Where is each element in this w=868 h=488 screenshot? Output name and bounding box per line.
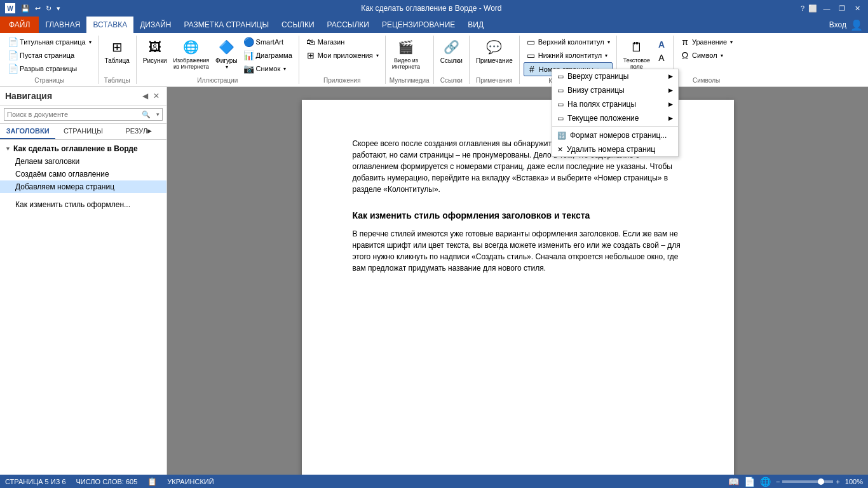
pages-label: Страницы bbox=[5, 76, 94, 84]
links-btn[interactable]: 🔗 Ссылки bbox=[438, 36, 465, 65]
equation-btn[interactable]: π Уравнение ▾ bbox=[677, 36, 735, 48]
title-left: W 💾 ↩ ↻ ▾ bbox=[5, 3, 62, 13]
menu-item-format-icon: 🔢 bbox=[557, 132, 566, 140]
track-changes-icon[interactable]: 📋 bbox=[147, 477, 157, 486]
symbols-label: Символы bbox=[677, 76, 735, 84]
blank-page-btn[interactable]: 📄 Пустая страница bbox=[5, 49, 94, 62]
title-right: ? ⬜ — ❐ ✕ bbox=[801, 3, 863, 14]
menu-item-margin[interactable]: ▭ На полях страницы ▶ bbox=[552, 97, 678, 111]
shapes-btn[interactable]: 🔷 Фигуры ▾ bbox=[213, 36, 240, 71]
online-video-btn[interactable]: 🎬 Видео изИнтернета bbox=[390, 36, 423, 71]
help-btn[interactable]: ? bbox=[801, 4, 804, 12]
redo-btn[interactable]: ↻ bbox=[44, 4, 53, 13]
doc-heading-2: Как изменить стиль оформления заголовков… bbox=[353, 210, 683, 220]
zoom-level[interactable]: 100% bbox=[845, 478, 863, 485]
menu-separator bbox=[552, 126, 678, 127]
nav-search-input[interactable] bbox=[4, 109, 139, 120]
nav-search-dropdown-btn[interactable]: ▾ bbox=[154, 110, 162, 119]
dropcap-btn[interactable]: A bbox=[654, 51, 669, 64]
customize-qat-btn[interactable]: ▾ bbox=[55, 4, 62, 13]
tab-design[interactable]: ДИЗАЙН bbox=[133, 17, 177, 33]
nav-pin-btn[interactable]: ◀ bbox=[140, 91, 150, 101]
nav-item-4[interactable]: Как изменить стиль оформлен... bbox=[0, 198, 166, 211]
menu-item-top[interactable]: ▭ Вверху страницы ▶ bbox=[552, 69, 678, 83]
comments-label: Примечания bbox=[473, 76, 515, 84]
restore-btn[interactable]: ❐ bbox=[836, 3, 848, 14]
tab-file[interactable]: ФАЙЛ bbox=[0, 17, 39, 33]
status-bar: СТРАНИЦА 5 ИЗ 6 ЧИСЛО СЛОВ: 605 📋 УКРАИН… bbox=[0, 475, 868, 488]
zoom-slider[interactable]: − + bbox=[776, 478, 840, 485]
undo-btn[interactable]: ↩ bbox=[33, 4, 43, 13]
tab-mailings[interactable]: РАССЫЛКИ bbox=[321, 17, 376, 33]
store-btn[interactable]: 🛍 Магазин bbox=[303, 36, 381, 48]
document-area[interactable]: Скорее всего после создания оглавления в… bbox=[167, 87, 868, 475]
menu-item-bottom-arrow: ▶ bbox=[668, 87, 673, 93]
zoom-minus-btn[interactable]: − bbox=[776, 478, 780, 485]
pictures-btn[interactable]: 🖼 Рисунки bbox=[140, 36, 170, 65]
smartart-btn[interactable]: 🔵 SmartArt bbox=[241, 36, 295, 48]
user-icon[interactable]: 👤 bbox=[850, 19, 863, 31]
nav-item-3[interactable]: Добавляем номера страниц bbox=[0, 180, 166, 193]
menu-item-current[interactable]: ▭ Текущее положение ▶ bbox=[552, 111, 678, 125]
screenshot-btn[interactable]: 📷 Снимок ▾ bbox=[241, 62, 295, 75]
header-btn[interactable]: ▭ Верхний колонтитул ▾ bbox=[524, 36, 613, 48]
apps-label: Приложения bbox=[303, 76, 381, 84]
zoom-plus-btn[interactable]: + bbox=[836, 478, 839, 485]
page-break-icon: 📄 bbox=[8, 64, 18, 74]
online-pictures-btn[interactable]: 🌐 Изображенияиз Интернета bbox=[171, 36, 212, 71]
save-btn[interactable]: 💾 bbox=[19, 4, 32, 13]
comment-btn[interactable]: 💬 Примечание bbox=[473, 36, 515, 65]
status-right: 📖 📄 🌐 − + 100% bbox=[728, 477, 863, 487]
title-page-icon: 📄 bbox=[8, 37, 18, 47]
footer-btn[interactable]: ▭ Нижний колонтитул ▾ bbox=[524, 49, 613, 62]
ribbon-display-btn[interactable]: ⬜ bbox=[808, 4, 817, 13]
page-number-dropdown-menu: ▭ Вверху страницы ▶ ▭ Внизу страницы ▶ ▭… bbox=[552, 69, 679, 157]
tab-references[interactable]: ССЫЛКИ bbox=[275, 17, 320, 33]
nav-item-1[interactable]: Делаем заголовки bbox=[0, 155, 166, 168]
title-page-arrow: ▾ bbox=[89, 39, 92, 45]
tab-insert[interactable]: ВСТАВКА bbox=[86, 17, 133, 33]
nav-search-btn[interactable]: 🔍 bbox=[139, 109, 154, 120]
tab-home[interactable]: ГЛАВНАЯ bbox=[39, 17, 86, 33]
signin-btn[interactable]: Вход bbox=[829, 20, 846, 29]
wordart-btn[interactable]: A bbox=[654, 38, 669, 51]
tab-view[interactable]: ВИД bbox=[461, 17, 490, 33]
screenshot-arrow: ▾ bbox=[283, 66, 286, 72]
chart-btn[interactable]: 📊 Диаграмма bbox=[241, 49, 295, 62]
symbol-btn[interactable]: Ω Символ ▾ bbox=[677, 49, 735, 62]
menu-item-top-arrow: ▶ bbox=[668, 73, 673, 79]
my-apps-btn[interactable]: ⊞ Мои приложения ▾ bbox=[303, 49, 381, 62]
zoom-track[interactable] bbox=[782, 480, 833, 483]
close-btn[interactable]: ✕ bbox=[851, 3, 863, 14]
title-page-btn[interactable]: 📄 Титульная страница ▾ bbox=[5, 36, 94, 48]
screenshot-icon: 📷 bbox=[244, 64, 254, 74]
menu-item-bottom[interactable]: ▭ Внизу страницы ▶ bbox=[552, 83, 678, 97]
window-title: Как сделать оглавление в Ворде - Word bbox=[62, 4, 801, 13]
language[interactable]: УКРАИНСКИЙ bbox=[167, 478, 214, 485]
store-icon: 🛍 bbox=[306, 37, 316, 47]
textbox-icon: 🗒 bbox=[627, 37, 647, 57]
nav-tab-pages[interactable]: СТРАНИЦЫ bbox=[55, 124, 111, 139]
footer-arrow: ▾ bbox=[605, 53, 607, 58]
menu-item-format[interactable]: 🔢 Формат номеров страниц... bbox=[552, 128, 678, 142]
menu-item-remove[interactable]: ✕ Удалить номера страниц bbox=[552, 142, 678, 156]
nav-item-0[interactable]: ▼ Как сделать оглавление в Ворде bbox=[0, 142, 166, 155]
page-number-icon: # bbox=[527, 64, 537, 74]
nav-tab-results[interactable]: РЕЗУЛ ▶ bbox=[111, 124, 166, 139]
nav-close-btns: ◀ ✕ bbox=[140, 91, 161, 101]
nav-tab-headings[interactable]: ЗАГОЛОВКИ bbox=[0, 124, 55, 139]
view-print-btn[interactable]: 📄 bbox=[744, 477, 755, 487]
links-icon: 🔗 bbox=[441, 37, 461, 57]
nav-close-btn[interactable]: ✕ bbox=[151, 91, 161, 101]
view-web-btn[interactable]: 🌐 bbox=[760, 477, 771, 487]
zoom-thumb[interactable] bbox=[818, 478, 824, 485]
minimize-btn[interactable]: — bbox=[821, 3, 832, 14]
page-break-btn[interactable]: 📄 Разрыв страницы bbox=[5, 62, 94, 75]
table-btn[interactable]: ⊞ Таблица bbox=[102, 36, 132, 65]
menu-item-bottom-icon: ▭ bbox=[557, 86, 564, 95]
group-pages: 📄 Титульная страница ▾ 📄 Пустая страница… bbox=[3, 36, 98, 84]
nav-item-2[interactable]: Создаём само оглавление bbox=[0, 168, 166, 180]
tab-page-layout[interactable]: РАЗМЕТКА СТРАНИЦЫ bbox=[178, 17, 276, 33]
tab-review[interactable]: РЕЦЕНЗИРОВАНИЕ bbox=[376, 17, 461, 33]
view-read-btn[interactable]: 📖 bbox=[728, 477, 739, 487]
